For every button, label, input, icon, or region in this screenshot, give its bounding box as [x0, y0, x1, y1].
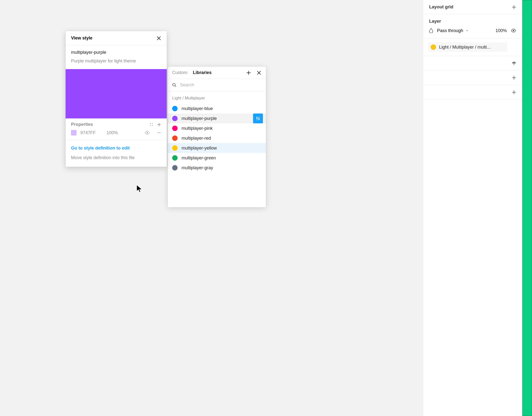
properties-section: Properties 9747FF 100%: [66, 118, 167, 140]
layer-blend-row: Pass through 100%: [423, 25, 522, 38]
view-style-header: View style: [66, 31, 167, 45]
panel-row-1: [423, 56, 522, 71]
style-item-label: multiplayer-red: [182, 136, 211, 141]
style-item-label: multiplayer-green: [182, 155, 216, 161]
panel-row-2: [423, 71, 522, 85]
blend-mode-select[interactable]: Pass through: [437, 28, 492, 33]
svg-point-5: [152, 123, 153, 124]
view-style-title: View style: [71, 36, 156, 41]
style-group-label: Light / Multiplayer: [168, 91, 266, 104]
style-actions: Go to style definition to edit Move styl…: [66, 140, 167, 167]
move-definition-link[interactable]: Move style definition into this file: [71, 155, 161, 160]
layer-opacity-input[interactable]: 100%: [495, 28, 507, 33]
add-property-button[interactable]: [157, 122, 161, 127]
style-item-blue[interactable]: multiplayer-blue: [168, 104, 266, 113]
layout-grid-section: Layout grid: [423, 0, 522, 14]
style-search-input[interactable]: [180, 82, 261, 88]
style-description-field[interactable]: Purple multiplayer for light theme: [71, 58, 161, 64]
style-item-yellow[interactable]: multiplayer-yellow: [168, 143, 266, 153]
close-view-style-button[interactable]: [156, 36, 161, 41]
style-item-label: multiplayer-yellow: [182, 146, 217, 151]
add-layout-grid-button[interactable]: [512, 5, 516, 9]
visibility-icon[interactable]: [145, 130, 150, 135]
style-list: multiplayer-bluemultiplayer-purplemultip…: [168, 104, 266, 173]
tab-custom[interactable]: Custom: [172, 70, 187, 75]
style-name: Light / Multiplayer / multi...: [439, 45, 505, 50]
canvas-selection-edge: [522, 0, 532, 416]
style-swatch: [172, 135, 178, 141]
add-button-3[interactable]: [512, 90, 516, 95]
style-swatch: [172, 116, 178, 121]
svg-point-8: [147, 132, 148, 133]
svg-point-3: [258, 118, 260, 120]
go-to-definition-link[interactable]: Go to style definition to edit: [71, 146, 161, 151]
color-opacity-value[interactable]: 100%: [107, 130, 124, 135]
edit-style-button[interactable]: [253, 113, 263, 123]
tab-libraries[interactable]: Libraries: [193, 70, 212, 75]
color-hex-value[interactable]: 9747FF: [80, 130, 103, 135]
panel-row-3: [423, 85, 522, 100]
style-swatch: [172, 126, 178, 131]
style-swatch: [431, 44, 436, 50]
style-meta: multiplayer-purple Purple multiplayer fo…: [66, 45, 167, 69]
search-icon: [172, 83, 177, 87]
svg-point-4: [150, 123, 151, 124]
properties-label: Properties: [71, 122, 146, 127]
close-popover-button[interactable]: [257, 70, 261, 75]
style-item-red[interactable]: multiplayer-red: [168, 133, 266, 143]
style-swatch: [172, 145, 178, 151]
applied-style-chip[interactable]: Light / Multiplayer / multi...: [428, 42, 507, 52]
remove-style-button[interactable]: [512, 60, 516, 65]
style-swatch: [172, 106, 178, 111]
color-property-row[interactable]: 9747FF 100%: [71, 130, 161, 135]
popover-tabs: Custom Libraries: [168, 67, 266, 79]
blend-drop-icon: [429, 28, 433, 33]
style-item-gray[interactable]: multiplayer-gray: [168, 163, 266, 173]
style-options-button[interactable]: [149, 123, 153, 127]
style-item-label: multiplayer-blue: [182, 106, 213, 111]
style-item-pink[interactable]: multiplayer-pink: [168, 123, 266, 133]
style-swatch: [172, 165, 178, 170]
style-item-label: multiplayer-gray: [182, 165, 213, 170]
style-item-label: multiplayer-purple: [182, 116, 217, 121]
style-search: [168, 79, 266, 91]
remove-property-button[interactable]: [157, 131, 161, 135]
svg-point-6: [150, 125, 151, 126]
chevron-down-icon: [466, 29, 469, 32]
properties-panel: Layout grid Layer Pass through 100% Ligh…: [423, 0, 522, 416]
layout-grid-label: Layout grid: [429, 4, 508, 10]
layer-section-header: Layer: [423, 14, 522, 25]
layer-label: Layer: [429, 19, 516, 24]
visibility-toggle[interactable]: [511, 28, 516, 33]
svg-point-1: [173, 83, 175, 86]
add-style-button[interactable]: [246, 70, 251, 75]
style-item-green[interactable]: multiplayer-green: [168, 153, 266, 163]
color-styles-popover: Custom Libraries Light / Multiplayer mul…: [168, 67, 266, 207]
color-preview: [66, 69, 167, 118]
style-item-label: multiplayer-pink: [182, 126, 213, 131]
view-style-popover: View style multiplayer-purple Purple mul…: [66, 31, 167, 167]
color-swatch: [71, 130, 76, 135]
svg-point-2: [257, 117, 258, 119]
style-name-field[interactable]: multiplayer-purple: [71, 50, 161, 55]
cursor-icon: [136, 185, 144, 192]
add-button-2[interactable]: [512, 76, 516, 80]
style-item-purple[interactable]: multiplayer-purple: [168, 113, 266, 123]
style-swatch: [172, 155, 178, 161]
svg-point-7: [152, 125, 153, 126]
svg-point-0: [513, 30, 514, 31]
blend-mode-value: Pass through: [437, 28, 463, 33]
